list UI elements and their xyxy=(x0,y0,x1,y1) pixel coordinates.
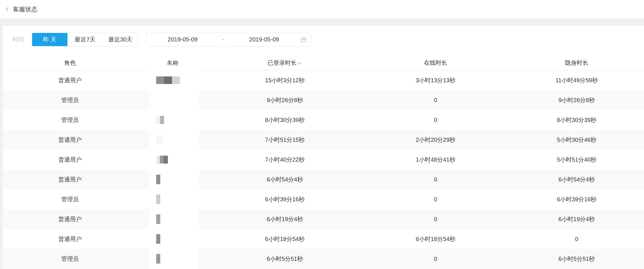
table-row: 管理员 8小时30分39秒 0 8小时30分39秒 xyxy=(3,110,644,130)
tab-last-30-days[interactable]: 最近30天 xyxy=(103,33,138,46)
redacted-name xyxy=(156,136,163,144)
agent-status-table: 角色 名称 已登录时长 在线时长 隐身时长 普通用户 15小时3分12秒 3小时… xyxy=(3,56,644,269)
invisible-duration-cell: 6小时54分4秒 xyxy=(509,176,644,184)
invisible-duration-cell: 5小时51分40秒 xyxy=(509,156,644,164)
date-range-separator: ~ xyxy=(219,36,228,43)
invisible-duration-cell: 6小时39分16秒 xyxy=(509,195,644,203)
name-cell xyxy=(137,170,208,189)
page-title: 客服状态 xyxy=(13,5,37,13)
redacted-name xyxy=(156,175,160,184)
online-duration-cell: 2小时20分29秒 xyxy=(362,136,509,144)
invisible-duration-cell: 0 xyxy=(509,236,644,242)
column-header-name: 名称 xyxy=(137,59,208,67)
date-range-picker[interactable]: 2019-05-09 ~ 2019-05-09 xyxy=(146,33,311,46)
online-duration-cell: 3小时13分13秒 xyxy=(362,76,509,84)
invisible-duration-cell: 5小时30分46秒 xyxy=(509,136,644,144)
name-cell xyxy=(137,249,208,269)
column-header-role: 角色 xyxy=(3,59,137,67)
sort-caret-down-icon xyxy=(297,61,302,66)
column-header-logged-duration-sort[interactable]: 已登录时长 xyxy=(208,59,362,67)
table-row: 普通用户 7小时40分22秒 1小时48分41秒 5小时51分40秒 xyxy=(3,150,644,170)
invisible-duration-cell: 6小时19分4秒 xyxy=(509,215,644,223)
name-cell xyxy=(137,189,208,209)
time-filter-label: 时间 xyxy=(13,36,24,43)
column-header-invisible-duration: 隐身时长 xyxy=(509,59,644,67)
table-row: 普通用户 6小时18分54秒 6小时18分54秒 0 xyxy=(3,229,644,249)
redacted-name xyxy=(156,156,168,164)
redacted-name xyxy=(156,214,160,224)
role-cell: 管理员 xyxy=(3,255,137,263)
role-cell: 普通用户 xyxy=(3,136,137,144)
logged-duration-cell: 6小时19分4秒 xyxy=(208,215,362,223)
logged-duration-cell: 6小时18分54秒 xyxy=(208,235,362,243)
redacted-name xyxy=(156,234,160,244)
time-range-tab-group: 昨 天最近7天最近30天 xyxy=(32,33,138,46)
redacted-name xyxy=(156,254,160,264)
logged-duration-cell: 8小时30分39秒 xyxy=(208,116,362,124)
online-duration-cell: 0 xyxy=(362,176,509,183)
logged-duration-cell: 9小时26分8秒 xyxy=(208,96,362,104)
calendar-icon[interactable] xyxy=(300,36,307,43)
table-row: 普通用户 6小时54分4秒 0 6小时54分4秒 xyxy=(3,170,644,189)
name-cell xyxy=(137,70,208,90)
table-row: 普通用户 15小时3分12秒 3小时13分13秒 11小时49分59秒 xyxy=(3,70,644,90)
name-cell xyxy=(137,229,208,249)
table-body: 普通用户 15小时3分12秒 3小时13分13秒 11小时49分59秒 管理员 … xyxy=(3,70,644,269)
tab-last-7-days[interactable]: 最近7天 xyxy=(67,33,103,46)
online-duration-cell: 6小时18分54秒 xyxy=(362,235,509,243)
start-date-value[interactable]: 2019-05-09 xyxy=(146,36,219,43)
column-header-online-duration: 在线时长 xyxy=(362,59,509,67)
name-cell xyxy=(137,90,208,110)
back-button[interactable] xyxy=(4,6,11,13)
role-cell: 管理员 xyxy=(3,195,137,203)
invisible-duration-cell: 11小时49分59秒 xyxy=(509,76,644,84)
online-duration-cell: 1小时48分41秒 xyxy=(362,156,509,164)
online-duration-cell: 0 xyxy=(362,196,509,203)
redacted-name xyxy=(156,195,160,204)
invisible-duration-cell: 6小时5分51秒 xyxy=(509,255,644,263)
name-cell xyxy=(137,110,208,130)
online-duration-cell: 0 xyxy=(362,216,509,223)
table-row: 普通用户 6小时19分4秒 0 6小时19分4秒 xyxy=(3,209,644,229)
redacted-name xyxy=(156,116,164,124)
role-cell: 普通用户 xyxy=(3,235,137,243)
name-cell xyxy=(137,209,208,229)
table-row: 普通用户 7小时51分15秒 2小时20分29秒 5小时30分46秒 xyxy=(3,130,644,150)
role-cell: 管理员 xyxy=(3,96,137,104)
invisible-duration-cell: 9小时26分8秒 xyxy=(509,96,644,104)
role-cell: 普通用户 xyxy=(3,176,137,184)
logged-duration-cell: 6小时39分16秒 xyxy=(208,195,362,203)
name-cell xyxy=(137,130,208,150)
tab-yesterday[interactable]: 昨 天 xyxy=(32,33,67,46)
invisible-duration-cell: 8小时30分39秒 xyxy=(509,116,644,124)
logged-duration-cell: 7小时51分15秒 xyxy=(208,136,362,144)
table-header-row: 角色 名称 已登录时长 在线时长 隐身时长 xyxy=(3,56,644,70)
time-filter-row: 时间 昨 天最近7天最近30天 2019-05-09 ~ 2019-05-09 xyxy=(13,33,644,46)
online-duration-cell: 0 xyxy=(362,256,509,262)
table-row: 管理员 6小时39分16秒 0 6小时39分16秒 xyxy=(3,189,644,209)
end-date-value[interactable]: 2019-05-09 xyxy=(228,36,300,43)
role-cell: 管理员 xyxy=(3,116,137,124)
role-cell: 普通用户 xyxy=(3,156,137,164)
name-cell xyxy=(137,150,208,170)
online-duration-cell: 0 xyxy=(362,97,509,104)
role-cell: 普通用户 xyxy=(3,215,137,223)
table-row: 管理员 6小时5分51秒 0 6小时5分51秒 xyxy=(3,249,644,269)
logged-duration-cell: 6小时5分51秒 xyxy=(208,255,362,263)
top-title-bar: 客服状态 xyxy=(0,0,644,18)
logged-duration-cell: 15小时3分12秒 xyxy=(208,76,362,84)
logged-duration-cell: 6小时54分4秒 xyxy=(208,176,362,184)
column-header-logged-duration-label: 已登录时长 xyxy=(267,59,297,67)
role-cell: 普通用户 xyxy=(3,76,137,84)
content-panel: 时间 昨 天最近7天最近30天 2019-05-09 ~ 2019-05-09 … xyxy=(3,26,644,269)
table-row: 管理员 9小时26分8秒 0 9小时26分8秒 xyxy=(3,90,644,110)
redacted-name xyxy=(156,76,180,84)
logged-duration-cell: 7小时40分22秒 xyxy=(208,156,362,164)
chevron-left-icon xyxy=(5,7,10,12)
online-duration-cell: 0 xyxy=(362,117,509,123)
